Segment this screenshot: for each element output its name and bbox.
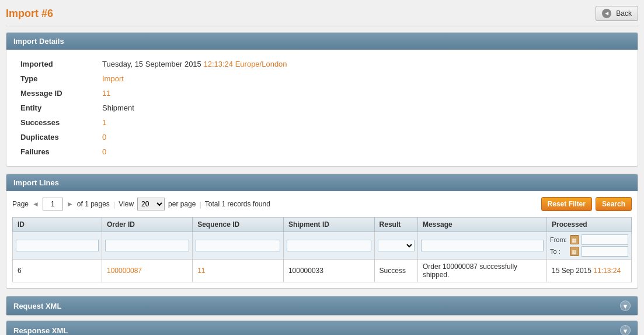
table-row: 6 100000087 11 100000033 Success Order 1… bbox=[13, 260, 632, 282]
search-button[interactable]: Search bbox=[596, 197, 632, 211]
from-label: From: bbox=[550, 236, 568, 243]
pagination-bar: Page ◄ ► of 1 pages | View 10 20 50 100 … bbox=[12, 197, 632, 211]
detail-table: Imported Tuesday, 15 September 2015 12:1… bbox=[16, 57, 628, 159]
filter-shipment-id-input[interactable] bbox=[287, 240, 371, 251]
page-label: Page bbox=[12, 200, 29, 208]
detail-value-entity: Shipment bbox=[98, 101, 628, 115]
page-header: Import #6 ◄ Back bbox=[6, 6, 638, 26]
detail-row-message-id: Message ID 11 bbox=[16, 86, 628, 101]
cell-shipment-id: 100000033 bbox=[283, 260, 374, 282]
message-id-link[interactable]: 11 bbox=[102, 89, 110, 98]
import-lines-body: Page ◄ ► of 1 pages | View 10 20 50 100 … bbox=[6, 191, 638, 288]
filter-processed-cell: From: ▦ To : ▦ bbox=[546, 232, 631, 260]
cell-id: 6 bbox=[13, 260, 102, 282]
detail-label-imported: Imported bbox=[16, 57, 98, 71]
back-arrow-icon: ◄ bbox=[602, 9, 611, 18]
type-link[interactable]: Import bbox=[102, 74, 124, 83]
detail-row-entity: Entity Shipment bbox=[16, 101, 628, 115]
response-xml-section: Response XML ▼ bbox=[6, 320, 638, 335]
from-date-input[interactable] bbox=[582, 234, 628, 245]
table-header-row: ID Order ID Sequence ID Shipment ID Resu… bbox=[13, 217, 632, 232]
to-label: To : bbox=[550, 248, 568, 255]
filter-order-id-cell bbox=[102, 232, 192, 260]
filter-result-cell: Success Failure bbox=[374, 232, 417, 260]
filter-sequence-id-input[interactable] bbox=[196, 240, 280, 251]
detail-value-duplicates: 0 bbox=[98, 130, 628, 144]
import-lines-header: Import Lines bbox=[6, 174, 638, 191]
processed-time-link[interactable]: 11:13:24 bbox=[593, 267, 621, 275]
filter-message-cell bbox=[417, 232, 546, 260]
import-details-body: Imported Tuesday, 15 September 2015 12:1… bbox=[6, 50, 638, 166]
failures-link[interactable]: 0 bbox=[102, 147, 106, 156]
view-label: View bbox=[119, 200, 134, 208]
duplicates-link[interactable]: 0 bbox=[102, 133, 106, 141]
request-xml-header[interactable]: Request XML ▼ bbox=[6, 296, 638, 315]
response-xml-collapse-icon: ▼ bbox=[620, 325, 631, 335]
import-details-section: Import Details Imported Tuesday, 15 Sept… bbox=[6, 32, 638, 167]
filter-result-select[interactable]: Success Failure bbox=[378, 240, 415, 251]
import-lines-table: ID Order ID Sequence ID Shipment ID Resu… bbox=[12, 217, 632, 282]
detail-value-type: Import bbox=[98, 71, 628, 86]
filter-id-cell bbox=[13, 232, 102, 260]
filter-row: Success Failure From: ▦ bbox=[13, 232, 632, 260]
next-page-icon[interactable]: ► bbox=[67, 200, 74, 208]
detail-label-duplicates: Duplicates bbox=[16, 130, 98, 144]
response-xml-header[interactable]: Response XML ▼ bbox=[6, 321, 638, 335]
detail-label-entity: Entity bbox=[16, 101, 98, 115]
cell-result: Success bbox=[374, 260, 417, 282]
cell-order-id: 100000087 bbox=[102, 260, 192, 282]
request-xml-section: Request XML ▼ bbox=[6, 296, 638, 316]
prev-page-icon[interactable]: ◄ bbox=[32, 200, 39, 208]
import-lines-section: Import Lines Page ◄ ► of 1 pages | View … bbox=[6, 174, 638, 289]
order-id-link[interactable]: 100000087 bbox=[107, 267, 142, 275]
imported-time-link[interactable]: 12:13:24 Europe/London bbox=[203, 60, 287, 68]
col-header-sequence-id: Sequence ID bbox=[193, 217, 284, 232]
cell-message: Order 100000087 successfully shipped. bbox=[417, 260, 546, 282]
col-header-result: Result bbox=[374, 217, 417, 232]
col-header-message: Message bbox=[417, 217, 546, 232]
detail-value-imported: Tuesday, 15 September 2015 12:13:24 Euro… bbox=[98, 57, 628, 71]
to-date-input[interactable] bbox=[582, 246, 628, 257]
detail-row-type: Type Import bbox=[16, 71, 628, 86]
page-input[interactable] bbox=[43, 198, 63, 210]
detail-row-failures: Failures 0 bbox=[16, 144, 628, 159]
per-page-label: per page bbox=[168, 200, 196, 208]
reset-filter-button[interactable]: Reset Filter bbox=[541, 197, 592, 211]
detail-label-message-id: Message ID bbox=[16, 86, 98, 101]
cell-processed: 15 Sep 2015 11:13:24 bbox=[546, 260, 631, 282]
total-records-label: Total 1 records found bbox=[205, 200, 270, 208]
import-details-header: Import Details bbox=[6, 33, 638, 50]
page-title: Import #6 bbox=[6, 8, 53, 20]
to-calendar-icon[interactable]: ▦ bbox=[570, 247, 579, 256]
col-header-shipment-id: Shipment ID bbox=[283, 217, 374, 232]
detail-row-successes: Successes 1 bbox=[16, 115, 628, 130]
of-pages-label: of 1 pages bbox=[77, 200, 110, 208]
detail-row-imported: Imported Tuesday, 15 September 2015 12:1… bbox=[16, 57, 628, 71]
detail-value-message-id: 11 bbox=[98, 86, 628, 101]
filter-sequence-id-cell bbox=[193, 232, 284, 260]
detail-value-failures: 0 bbox=[98, 144, 628, 159]
back-button[interactable]: ◄ Back bbox=[596, 6, 638, 21]
filter-message-input[interactable] bbox=[421, 240, 544, 251]
sequence-id-link[interactable]: 11 bbox=[197, 267, 205, 275]
col-header-order-id: Order ID bbox=[102, 217, 192, 232]
filter-shipment-id-cell bbox=[283, 232, 374, 260]
col-header-id: ID bbox=[13, 217, 102, 232]
detail-row-duplicates: Duplicates 0 bbox=[16, 130, 628, 144]
detail-label-type: Type bbox=[16, 71, 98, 86]
request-xml-collapse-icon: ▼ bbox=[620, 301, 631, 311]
successes-link[interactable]: 1 bbox=[102, 118, 106, 127]
filter-order-id-input[interactable] bbox=[105, 240, 189, 251]
detail-value-successes: 1 bbox=[98, 115, 628, 130]
col-header-processed: Processed bbox=[546, 217, 631, 232]
detail-label-failures: Failures bbox=[16, 144, 98, 159]
cell-sequence-id: 11 bbox=[193, 260, 284, 282]
per-page-select[interactable]: 10 20 50 100 bbox=[137, 198, 165, 210]
filter-id-input[interactable] bbox=[16, 240, 99, 251]
from-calendar-icon[interactable]: ▦ bbox=[570, 235, 579, 244]
detail-label-successes: Successes bbox=[16, 115, 98, 130]
